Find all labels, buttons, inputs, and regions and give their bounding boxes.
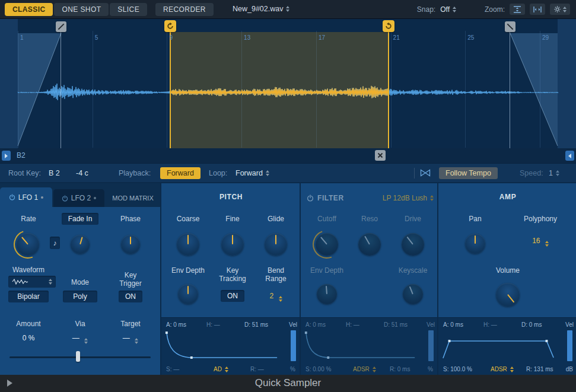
follow-tempo-button[interactable]: Follow Tempo bbox=[439, 167, 498, 179]
velocity-bar[interactable] bbox=[428, 330, 434, 361]
gear-icon bbox=[553, 5, 561, 13]
fade-in-handle[interactable] bbox=[56, 21, 66, 32]
waveform-display[interactable]: 1 5 9 13 17 21 25 29 bbox=[0, 18, 576, 149]
amp-envelope-curve[interactable] bbox=[441, 330, 556, 361]
env-attack-value[interactable]: A: 0 ms bbox=[166, 321, 186, 328]
tab-mod-matrix[interactable]: MOD MATRIX bbox=[106, 189, 160, 207]
tab-recorder[interactable]: RECORDER bbox=[155, 3, 214, 16]
filter-envelope-curve[interactable] bbox=[303, 330, 417, 361]
scroll-right-button[interactable] bbox=[565, 151, 574, 161]
env-hold-value[interactable]: H: — bbox=[206, 321, 220, 328]
loop-end-line[interactable] bbox=[388, 31, 389, 149]
filter-section: FILTER LP 12dB Lush Cutoff Reso Drive En… bbox=[300, 183, 438, 375]
rate-knob[interactable] bbox=[17, 233, 39, 256]
fade-out-handle[interactable] bbox=[505, 21, 515, 32]
divider bbox=[414, 168, 415, 179]
drive-knob[interactable] bbox=[402, 233, 424, 256]
pitch-env-depth-knob[interactable] bbox=[178, 284, 198, 304]
tab-classic[interactable]: CLASSIC bbox=[5, 3, 53, 16]
lfo-waveform-selector[interactable] bbox=[8, 276, 56, 288]
rate-sync-button[interactable]: ♪ bbox=[50, 237, 60, 249]
velocity-bar[interactable] bbox=[567, 330, 572, 361]
env-hold-value[interactable]: H: — bbox=[346, 321, 359, 328]
amount-value[interactable]: 0 % bbox=[5, 334, 52, 342]
env-mode-dropdown[interactable]: ADSR bbox=[353, 366, 376, 372]
reso-knob[interactable] bbox=[358, 233, 381, 256]
polyphony-dropdown[interactable]: 16 bbox=[517, 237, 564, 247]
tab-one-shot[interactable]: ONE SHOT bbox=[54, 3, 109, 16]
amount-slider-handle[interactable] bbox=[76, 351, 80, 362]
horizontal-zoom-button[interactable] bbox=[530, 4, 545, 15]
env-unit-label: dB bbox=[566, 366, 573, 372]
root-key-value[interactable]: B 2 bbox=[49, 169, 60, 177]
env-decay-value[interactable]: D: 0 ms bbox=[521, 321, 542, 328]
loop-start-handle[interactable] bbox=[164, 20, 176, 32]
bend-range-dropdown[interactable]: 2 bbox=[258, 292, 294, 302]
env-hold-value[interactable]: H: — bbox=[483, 321, 497, 328]
env-release-value[interactable]: R: 0 ms bbox=[390, 366, 410, 372]
amount-slider-track[interactable] bbox=[9, 356, 151, 358]
tab-slice[interactable]: SLICE bbox=[110, 3, 147, 16]
lfo-fade-mode-dropdown[interactable]: Fade In bbox=[62, 213, 98, 225]
loop-mode-dropdown[interactable]: Forward bbox=[236, 169, 269, 177]
quick-sampler-window: CLASSIC ONE SHOT SLICE RECORDER New_9#02… bbox=[0, 0, 576, 392]
ruler-label: 17 bbox=[319, 34, 325, 41]
ruler-label: 13 bbox=[244, 34, 250, 41]
clear-loop-button[interactable] bbox=[375, 150, 386, 161]
env-sustain-value[interactable]: S: 0.00 % bbox=[305, 366, 331, 372]
volume-knob[interactable] bbox=[496, 283, 520, 307]
via-dropdown[interactable]: — bbox=[56, 334, 104, 344]
keyscale-knob[interactable] bbox=[403, 284, 423, 304]
vertical-zoom-button[interactable] bbox=[510, 4, 525, 15]
env-vel-label: Vel bbox=[427, 321, 435, 328]
env-release-value[interactable]: R: 131 ms bbox=[526, 366, 553, 372]
playback-control-bar: Root Key: B 2 -4 c Playback: Forward Loo… bbox=[0, 163, 576, 184]
coarse-knob[interactable] bbox=[177, 233, 199, 256]
env-mode-dropdown[interactable]: AD bbox=[214, 366, 228, 372]
filter-power-button[interactable] bbox=[307, 193, 314, 204]
loop-end-icon bbox=[384, 22, 393, 30]
phase-knob[interactable] bbox=[121, 235, 140, 254]
key-trigger-toggle[interactable]: ON bbox=[119, 291, 142, 302]
target-dropdown[interactable]: — bbox=[107, 334, 154, 344]
env-sustain-value[interactable]: S: 100.0 % bbox=[443, 366, 472, 372]
playback-mode-dropdown[interactable]: Forward bbox=[160, 167, 201, 179]
lfo-mode-dropdown[interactable]: Poly bbox=[63, 291, 97, 302]
env-mode-dropdown[interactable]: ADSR bbox=[491, 366, 514, 372]
pan-label: Pan bbox=[451, 215, 499, 223]
loop-start-line[interactable] bbox=[170, 31, 171, 149]
fade-out-line[interactable] bbox=[510, 32, 510, 149]
velocity-bar[interactable] bbox=[291, 330, 296, 361]
scroll-left-button[interactable] bbox=[2, 151, 11, 161]
fade-knob[interactable] bbox=[71, 235, 90, 254]
fine-knob[interactable] bbox=[221, 233, 244, 256]
pan-knob[interactable] bbox=[465, 234, 485, 254]
env-sustain-value[interactable]: S: — bbox=[166, 366, 179, 372]
env-attack-value[interactable]: A: 0 ms bbox=[443, 321, 463, 328]
filter-env-depth-knob[interactable] bbox=[317, 284, 337, 304]
loop-end-handle[interactable] bbox=[383, 20, 394, 32]
env-attack-value[interactable]: A: 0 ms bbox=[305, 321, 326, 328]
lfo-polarity-dropdown[interactable]: Bipolar bbox=[8, 291, 49, 302]
sample-name-dropdown[interactable]: New_9#02.wav bbox=[233, 5, 289, 13]
pitch-envelope-curve[interactable] bbox=[164, 330, 279, 361]
tab-lfo1[interactable]: LFO 1 bbox=[0, 187, 52, 207]
disclosure-play-icon[interactable] bbox=[7, 380, 12, 387]
via-label: Via bbox=[56, 320, 104, 328]
key-tracking-toggle[interactable]: ON bbox=[221, 290, 244, 302]
speed-dropdown[interactable]: 1 bbox=[549, 169, 559, 177]
glide-knob[interactable] bbox=[265, 233, 287, 256]
filter-type-dropdown[interactable]: LP 12dB Lush bbox=[383, 194, 434, 202]
tab-lfo2[interactable]: LFO 2 bbox=[53, 189, 104, 207]
crossfade-icon[interactable] bbox=[420, 169, 431, 179]
settings-menu-button[interactable] bbox=[550, 4, 570, 15]
env-decay-value[interactable]: D: 51 ms bbox=[384, 321, 408, 328]
env-release-value[interactable]: R: — bbox=[250, 366, 264, 372]
tune-value[interactable]: -4 c bbox=[76, 169, 88, 177]
env-unit-label: % bbox=[290, 366, 295, 372]
close-icon bbox=[377, 152, 383, 158]
env-decay-value[interactable]: D: 51 ms bbox=[244, 321, 268, 328]
fade-in-line[interactable] bbox=[61, 32, 61, 149]
cutoff-knob[interactable] bbox=[316, 233, 338, 256]
snap-dropdown[interactable]: Off bbox=[440, 5, 456, 14]
